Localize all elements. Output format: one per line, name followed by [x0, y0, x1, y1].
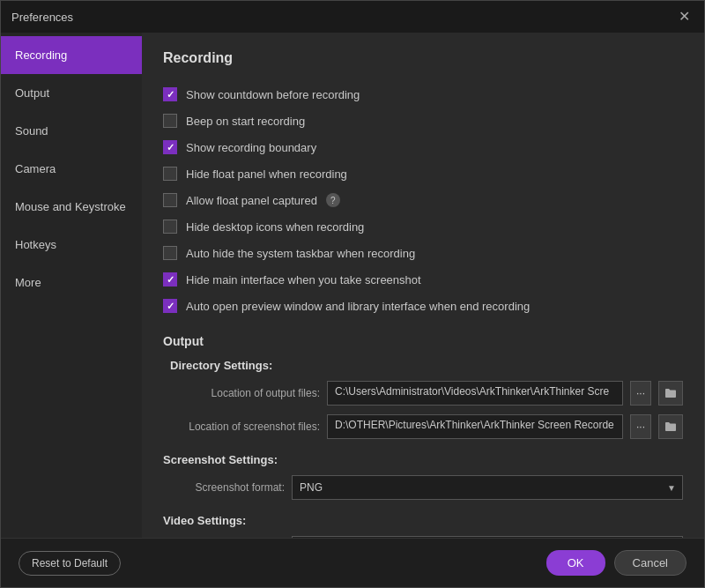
output-files-folder-button[interactable]: [658, 381, 683, 406]
screenshot-format-row: Screenshot format: PNG JPG BMP GIF ▼: [170, 475, 683, 500]
checkbox-auto-hide-taskbar[interactable]: [163, 246, 177, 260]
screenshot-files-folder-button[interactable]: [658, 414, 683, 439]
checkbox-item-allow-float-captured: Allow float panel captured ?: [163, 193, 683, 207]
sidebar-item-mouse-keystroke[interactable]: Mouse and Keystroke: [1, 188, 142, 226]
checkbox-hide-main-interface[interactable]: [163, 272, 177, 287]
footer-action-buttons: OK Cancel: [546, 550, 686, 576]
checkbox-label-auto-open-preview: Auto open preview window and library int…: [186, 300, 530, 313]
checkbox-item-hide-float-panel: Hide float panel when recording: [163, 167, 683, 181]
sidebar-item-more[interactable]: More: [1, 264, 142, 301]
folder-icon: [664, 388, 677, 398]
checkbox-show-countdown[interactable]: [163, 87, 177, 101]
output-files-row: Location of output files: C:\Users\Admin…: [170, 381, 683, 406]
screenshot-format-wrapper: PNG JPG BMP GIF ▼: [292, 475, 683, 500]
dialog-footer: Reset to Default OK Cancel: [1, 538, 704, 587]
folder-icon-2: [664, 421, 677, 432]
checkbox-item-show-countdown: Show countdown before recording: [163, 87, 683, 101]
main-content-area: Recording Show countdown before recordin…: [142, 33, 704, 538]
checkbox-beep-start[interactable]: [163, 114, 177, 128]
checkbox-hide-float-panel[interactable]: [163, 167, 177, 181]
checkbox-show-boundary[interactable]: [163, 140, 177, 154]
checkbox-item-hide-desktop-icons: Hide desktop icons when recording: [163, 220, 683, 234]
sidebar-item-output[interactable]: Output: [1, 74, 142, 112]
checkbox-item-beep-start: Beep on start recording: [163, 114, 683, 128]
recording-section-title: Recording: [163, 50, 683, 73]
sidebar-item-recording[interactable]: Recording: [1, 36, 142, 74]
checkbox-label-beep-start: Beep on start recording: [186, 115, 305, 128]
checkbox-allow-float-captured[interactable]: [163, 193, 177, 207]
checkbox-label-show-boundary: Show recording boundary: [186, 141, 316, 154]
screenshot-files-row: Location of screenshot files: D:\OTHER\P…: [170, 414, 683, 439]
reset-to-default-button[interactable]: Reset to Default: [19, 551, 121, 576]
cancel-button[interactable]: Cancel: [614, 550, 686, 576]
video-format-select[interactable]: MP4 AVI MOV WMV GIF: [292, 536, 683, 538]
checkbox-item-auto-open-preview: Auto open preview window and library int…: [163, 299, 683, 313]
dialog-title: Preferences: [11, 11, 73, 24]
screenshot-format-select[interactable]: PNG JPG BMP GIF: [292, 475, 683, 500]
close-button[interactable]: ✕: [675, 8, 694, 26]
directory-settings: Directory Settings: Location of output f…: [170, 359, 683, 439]
sidebar: Recording Output Sound Camera Mouse and …: [1, 33, 142, 538]
sidebar-item-sound[interactable]: Sound: [1, 112, 142, 150]
output-section-title: Output: [163, 334, 683, 348]
checkbox-label-show-countdown: Show countdown before recording: [186, 88, 360, 101]
checkbox-auto-open-preview[interactable]: [163, 299, 177, 313]
video-settings: Video Settings: Video format: MP4 AVI MO…: [163, 514, 683, 538]
checkbox-item-show-boundary: Show recording boundary: [163, 140, 683, 154]
checkbox-label-hide-desktop-icons: Hide desktop icons when recording: [186, 220, 364, 234]
checkbox-item-auto-hide-taskbar: Auto hide the system taskbar when record…: [163, 246, 683, 260]
output-files-dots-button[interactable]: ···: [630, 381, 651, 406]
help-icon-float-captured[interactable]: ?: [326, 193, 340, 207]
video-format-wrapper: MP4 AVI MOV WMV GIF ▼: [292, 536, 683, 538]
screenshot-files-dots-button[interactable]: ···: [630, 414, 651, 439]
checkbox-label-allow-float-captured: Allow float panel captured: [186, 194, 317, 207]
screenshot-format-label: Screenshot format:: [170, 481, 285, 494]
output-section: Output Directory Settings: Location of o…: [163, 334, 683, 538]
ok-button[interactable]: OK: [546, 550, 605, 576]
checkbox-hide-desktop-icons[interactable]: [163, 220, 177, 234]
checkbox-label-auto-hide-taskbar: Auto hide the system taskbar when record…: [186, 247, 415, 260]
sidebar-item-camera[interactable]: Camera: [1, 150, 142, 188]
preferences-dialog: Preferences ✕ Recording Output Sound Cam…: [0, 0, 705, 588]
title-bar: Preferences ✕: [1, 1, 704, 33]
output-files-label: Location of output files:: [170, 387, 320, 399]
screenshot-files-label: Location of screenshot files:: [170, 421, 320, 433]
dialog-content: Recording Output Sound Camera Mouse and …: [1, 33, 704, 538]
checkbox-label-hide-float-panel: Hide float panel when recording: [186, 167, 347, 181]
checkbox-item-hide-main-interface: Hide main interface when you take screen…: [163, 272, 683, 287]
screenshot-files-input[interactable]: D:\OTHER\Pictures\ArkThinker\ArkThinker …: [327, 414, 623, 439]
checkbox-label-hide-main-interface: Hide main interface when you take screen…: [186, 273, 421, 287]
video-settings-title: Video Settings:: [163, 514, 683, 527]
screenshot-settings: Screenshot Settings: Screenshot format: …: [163, 453, 683, 500]
output-files-input[interactable]: C:\Users\Administrator\Videos\ArkThinker…: [327, 381, 623, 406]
sidebar-item-hotkeys[interactable]: Hotkeys: [1, 226, 142, 264]
directory-settings-title: Directory Settings:: [170, 359, 683, 372]
screenshot-settings-title: Screenshot Settings:: [163, 453, 683, 466]
